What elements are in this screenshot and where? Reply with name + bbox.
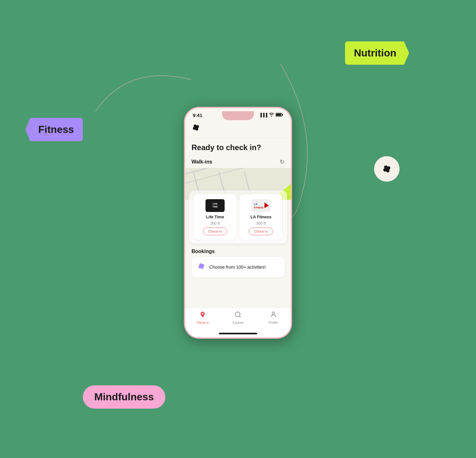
lifetime-logo: LIFETIME — [205, 199, 225, 213]
page-title-section: Ready to check in? — [185, 138, 291, 155]
walk-ins-title: Walk-ins — [191, 159, 212, 165]
lifetime-distance: 300 ft — [210, 221, 220, 226]
home-bar — [219, 333, 257, 334]
svg-point-8 — [272, 312, 274, 314]
status-time: 9:41 — [193, 113, 202, 118]
explore-nav-icon — [234, 311, 242, 320]
svg-rect-2 — [276, 113, 281, 116]
nutrition-tag: Nutrition — [345, 41, 409, 65]
svg-point-7 — [235, 312, 240, 316]
nutrition-label: Nutrition — [354, 47, 396, 59]
lafitness-distance: 300 ft — [256, 221, 266, 226]
lifetime-name: Life Time — [206, 214, 224, 219]
phone-shell: 9:41 ▐▐▐ — [184, 107, 292, 339]
status-bar: 9:41 ▐▐▐ — [185, 108, 291, 120]
bookings-title: Bookings — [191, 249, 215, 254]
lifetime-gym-card: LIFETIME Life Time 300 ft Check in — [194, 194, 236, 240]
activities-label: Choose from 100+ activities! — [209, 265, 266, 270]
gym-cards-container: LIFETIME Life Time 300 ft Check in — [189, 190, 287, 244]
svg-text:FITNESS: FITNESS — [254, 207, 263, 209]
profile-nav-icon — [270, 311, 277, 320]
lafitness-checkin-button[interactable]: Check in — [249, 228, 273, 235]
home-indicator — [185, 331, 291, 338]
lafitness-gym-card: LA FITNESS LA Fitness 300 ft Check in — [240, 194, 282, 240]
app-content: Walk-ins ↻ — [185, 155, 291, 308]
phone-screen: 9:41 ▐▐▐ — [185, 108, 291, 338]
nav-explore[interactable]: Explore — [220, 311, 256, 324]
lafitness-logo: LA FITNESS — [251, 199, 271, 213]
svg-text:LA: LA — [254, 203, 257, 206]
mindfulness-label: Mindfulness — [94, 391, 154, 403]
svg-rect-1 — [282, 114, 283, 115]
nav-checkin[interactable]: Check in — [185, 311, 220, 324]
activities-icon — [197, 262, 206, 272]
explore-nav-label: Explore — [233, 321, 243, 324]
refresh-button[interactable]: ↻ — [280, 158, 285, 165]
bookings-section: Bookings Choose from 100+ activities! — [185, 244, 291, 280]
walk-ins-header: Walk-ins ↻ — [185, 155, 291, 168]
checkin-nav-icon — [199, 311, 206, 320]
decorative-pinwheel — [374, 156, 400, 182]
nav-profile[interactable]: Profile — [256, 311, 291, 324]
fitness-label: Fitness — [38, 124, 74, 135]
app-header — [185, 120, 291, 138]
page-title: Ready to check in? — [191, 143, 285, 152]
checkin-nav-label: Check in — [197, 321, 209, 324]
wifi-icon — [269, 113, 274, 118]
lifetime-checkin-button[interactable]: Check in — [203, 228, 227, 235]
bottom-navigation: Check in Explore — [185, 308, 291, 331]
battery-icon — [276, 113, 283, 118]
signal-icon: ▐▐▐ — [259, 113, 267, 117]
fitness-tag: Fitness — [25, 118, 83, 141]
phone-mockup: 9:41 ▐▐▐ — [184, 107, 292, 339]
activities-booking-card[interactable]: Choose from 100+ activities! — [191, 257, 285, 277]
app-logo-icon — [191, 123, 285, 134]
status-icons: ▐▐▐ — [259, 113, 283, 118]
profile-nav-label: Profile — [269, 321, 278, 324]
svg-point-6 — [202, 313, 203, 314]
mindfulness-tag: Mindfulness — [83, 385, 165, 409]
lafitness-name: LA Fitness — [250, 214, 271, 219]
